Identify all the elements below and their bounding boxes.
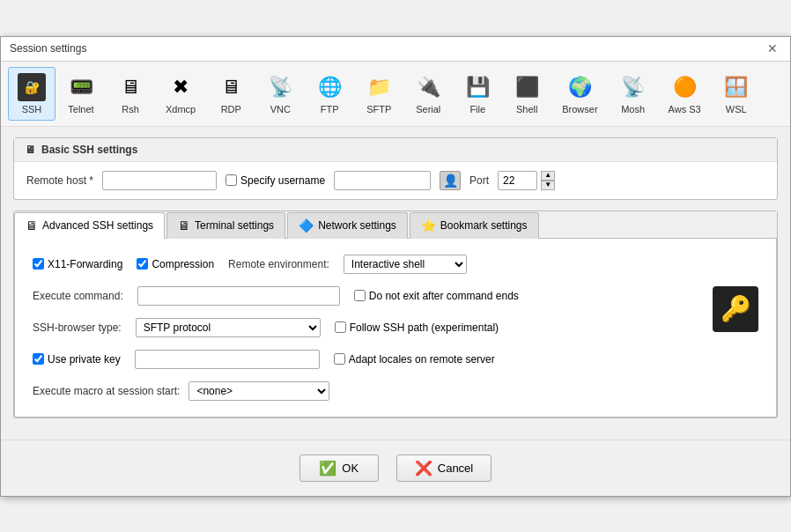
title-bar: Session settings ✕ xyxy=(1,37,790,62)
tab-network[interactable]: 🔷 Network settings xyxy=(287,212,408,239)
specify-username-checkbox[interactable] xyxy=(225,174,237,186)
basic-settings-icon: 🖥 xyxy=(23,143,37,157)
window-title: Session settings xyxy=(10,42,86,55)
x11-forwarding-text: X11-Forwarding xyxy=(48,258,122,270)
execute-macro-label: Execute macro at session start: xyxy=(33,385,180,397)
advanced-settings-group: 🖥 Advanced SSH settings 🖥 Terminal setti… xyxy=(13,211,778,418)
remote-env-select[interactable]: Interactive shell None Custom command xyxy=(344,255,467,274)
remote-env-label: Remote environment: xyxy=(228,258,329,270)
use-private-key-text: Use private key xyxy=(48,353,121,366)
session-settings-window: Session settings ✕ 🔐 SSH 📟 Telnet 🖥 Rsh … xyxy=(0,36,791,497)
tab-advanced-icon: 🖥 xyxy=(26,218,38,233)
wsl-icon: 🪟 xyxy=(722,73,750,101)
session-type-browser[interactable]: 🌍 Browser xyxy=(552,67,607,121)
username-input[interactable] xyxy=(334,171,431,190)
rdp-label: RDP xyxy=(221,104,241,115)
ssh-browser-select[interactable]: SFTP protocol SCP protocol None xyxy=(136,318,321,337)
x11-forwarding-label[interactable]: X11-Forwarding xyxy=(33,258,122,270)
port-label: Port xyxy=(469,174,489,187)
session-type-sftp[interactable]: 📁 SFTP xyxy=(355,67,403,121)
follow-ssh-checkbox[interactable] xyxy=(335,321,346,333)
specify-username-checkbox-label[interactable]: Specify username xyxy=(225,174,325,187)
adv-row-2: Execute command: Do not exit after comma… xyxy=(33,286,699,306)
tab-terminal-label: Terminal settings xyxy=(195,219,274,232)
tab-terminal-icon: 🖥 xyxy=(178,218,190,233)
tabs-row: 🖥 Advanced SSH settings 🖥 Terminal setti… xyxy=(14,211,777,239)
cancel-icon: ❌ xyxy=(415,460,432,477)
browser-icon: 🌍 xyxy=(566,73,594,101)
shell-label: Shell xyxy=(516,104,537,115)
basic-settings-group: 🖥 Basic SSH settings Remote host * Speci… xyxy=(13,137,778,200)
session-type-mosh[interactable]: 📡 Mosh xyxy=(610,67,657,121)
session-type-serial[interactable]: 🔌 Serial xyxy=(404,67,452,121)
tab-terminal[interactable]: 🖥 Terminal settings xyxy=(166,212,285,239)
session-type-awss3[interactable]: 🟠 Aws S3 xyxy=(659,67,711,121)
remote-host-label: Remote host * xyxy=(26,174,93,187)
compression-checkbox[interactable] xyxy=(137,258,148,270)
ssh-browser-label: SSH-browser type: xyxy=(33,321,122,334)
ok-icon: ✅ xyxy=(319,460,336,477)
follow-ssh-label[interactable]: Follow SSH path (experimental) xyxy=(335,321,499,334)
rdp-icon: 🖥 xyxy=(217,73,245,101)
tab-bookmark-icon: ⭐ xyxy=(421,218,436,233)
do-not-exit-checkbox[interactable] xyxy=(354,290,366,301)
adapt-locales-label[interactable]: Adapt locales on remote server xyxy=(334,353,495,366)
tab-network-label: Network settings xyxy=(318,219,396,232)
do-not-exit-label[interactable]: Do not exit after command ends xyxy=(354,290,519,302)
port-down-button[interactable]: ▼ xyxy=(541,181,555,190)
mosh-label: Mosh xyxy=(621,104,645,115)
session-type-rsh[interactable]: 🖥 Rsh xyxy=(107,67,154,121)
session-type-wsl[interactable]: 🪟 WSL xyxy=(713,67,760,121)
tab-advanced[interactable]: 🖥 Advanced SSH settings xyxy=(14,212,165,239)
session-type-telnet[interactable]: 📟 Telnet xyxy=(57,67,105,121)
cancel-label: Cancel xyxy=(438,462,473,475)
specify-username-text: Specify username xyxy=(240,174,325,187)
wsl-label: WSL xyxy=(726,104,747,115)
telnet-icon: 📟 xyxy=(67,73,95,101)
sftp-icon: 📁 xyxy=(365,73,393,101)
session-type-ssh[interactable]: 🔐 SSH xyxy=(8,67,55,121)
key-icon: 🔑 xyxy=(721,294,751,323)
close-button[interactable]: ✕ xyxy=(764,41,781,55)
session-type-shell[interactable]: ⬛ Shell xyxy=(503,67,551,121)
sftp-label: SFTP xyxy=(366,104,391,115)
adv-row-1: X11-Forwarding Compression Remote enviro… xyxy=(33,255,758,274)
browser-label: Browser xyxy=(562,104,597,115)
telnet-label: Telnet xyxy=(68,104,93,115)
tab-bookmark[interactable]: ⭐ Bookmark settings xyxy=(410,212,539,239)
key-icon-box: 🔑 xyxy=(713,286,758,332)
x11-forwarding-checkbox[interactable] xyxy=(33,258,44,270)
xdmcp-icon: ✖ xyxy=(166,73,195,101)
port-input[interactable] xyxy=(498,171,537,190)
session-type-ftp[interactable]: 🌐 FTP xyxy=(306,67,353,121)
use-private-key-checkbox[interactable] xyxy=(33,353,44,365)
remote-host-input[interactable] xyxy=(102,171,217,190)
button-row: ✅ OK ❌ Cancel xyxy=(1,440,790,496)
serial-icon: 🔌 xyxy=(414,73,442,101)
ok-button[interactable]: ✅ OK xyxy=(299,454,379,482)
ssh-icon: 🔐 xyxy=(18,73,46,101)
user-browse-icon[interactable]: 👤 xyxy=(440,171,461,190)
vnc-icon: 📡 xyxy=(266,73,294,101)
basic-settings-content: Remote host * Specify username 👤 Port xyxy=(14,162,777,199)
rsh-icon: 🖥 xyxy=(116,73,144,101)
file-icon: 💾 xyxy=(463,73,492,101)
cancel-button[interactable]: ❌ Cancel xyxy=(396,454,492,482)
port-wrapper: ▲ ▼ xyxy=(498,171,555,190)
session-type-vnc[interactable]: 📡 VNC xyxy=(256,67,304,121)
execute-cmd-input[interactable] xyxy=(137,286,340,306)
compression-text: Compression xyxy=(152,258,214,270)
session-type-rdp[interactable]: 🖥 RDP xyxy=(207,67,255,121)
compression-label[interactable]: Compression xyxy=(137,258,214,270)
do-not-exit-text: Do not exit after command ends xyxy=(369,290,519,302)
use-private-key-label[interactable]: Use private key xyxy=(33,353,121,366)
port-up-button[interactable]: ▲ xyxy=(541,171,555,181)
shell-icon: ⬛ xyxy=(513,73,541,101)
session-type-xdmcp[interactable]: ✖ Xdmcp xyxy=(156,67,205,121)
execute-macro-select[interactable]: <none> xyxy=(189,381,329,401)
serial-label: Serial xyxy=(416,104,440,115)
adapt-locales-checkbox[interactable] xyxy=(334,353,345,365)
private-key-path-input[interactable]: C:\Users\mark\DOCUME~1\Moba\ xyxy=(135,350,320,369)
session-type-file[interactable]: 💾 File xyxy=(454,67,501,121)
left-col: Execute command: Do not exit after comma… xyxy=(33,286,699,401)
